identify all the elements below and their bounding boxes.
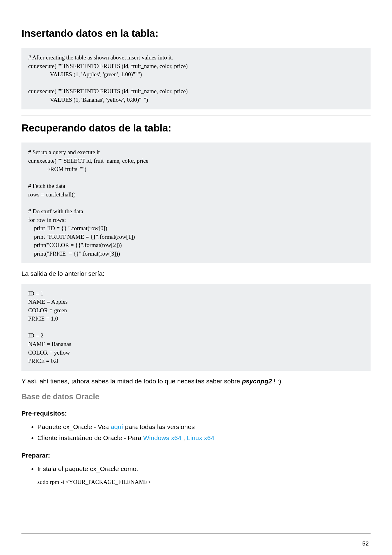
- list-item: Cliente instantáneo de Oracle - Para Win…: [37, 432, 371, 443]
- list-item: Paquete cx_Oracle - Vea aquí para todas …: [37, 421, 371, 432]
- prereq-list: Paquete cx_Oracle - Vea aquí para todas …: [37, 421, 371, 443]
- li2-before: Cliente instantáneo de Oracle - Para: [37, 434, 143, 441]
- li2-mid: ,: [181, 434, 187, 441]
- section-divider: [21, 116, 371, 116]
- li1-after: para todas las versiones: [123, 423, 194, 430]
- heading-oracle: Base de datos Oracle: [21, 392, 371, 401]
- page-number: 52: [362, 540, 369, 547]
- setup-list: Instala el paquete cx_Oracle como:: [37, 463, 371, 474]
- psycopg-name: psycopg2: [242, 378, 272, 385]
- code-block-select: # Set up a query and execute it cur.exec…: [21, 143, 371, 263]
- list-item: Instala el paquete cx_Oracle como:: [37, 463, 371, 474]
- li3-text: Instala el paquete cx_Oracle como:: [37, 465, 138, 472]
- psycopg-text-after: ! :): [272, 378, 281, 385]
- psycopg-paragraph: Y así, ahí tienes, ¡ahora sabes la mitad…: [21, 377, 371, 386]
- link-linux[interactable]: Linux x64: [187, 434, 214, 441]
- psycopg-text-before: Y así, ahí tienes, ¡ahora sabes la mitad…: [21, 378, 242, 385]
- heading-setup: Preparar:: [21, 452, 371, 459]
- heading-insert: Insertando datos en la tabla:: [21, 28, 371, 39]
- link-windows[interactable]: Windows x64: [143, 434, 182, 441]
- output-label: La salida de lo anterior sería:: [21, 269, 371, 278]
- code-inline-rpm: sudo rpm -i <YOUR_PACKAGE_FILENAME>: [37, 479, 371, 485]
- footer-rule: [21, 534, 371, 534]
- code-block-output: ID = 1 NAME = Apples COLOR = green PRICE…: [21, 284, 371, 371]
- heading-prereq: Pre-requisitos:: [21, 410, 371, 417]
- li1-before: Paquete cx_Oracle - Vea: [37, 423, 111, 430]
- heading-retrieve: Recuperando datos de la tabla:: [21, 122, 371, 134]
- link-aqui[interactable]: aquí: [111, 423, 123, 430]
- code-block-insert: # After creating the table as shown abov…: [21, 48, 371, 109]
- document-page: Insertando datos en la tabla: # After cr…: [0, 0, 392, 555]
